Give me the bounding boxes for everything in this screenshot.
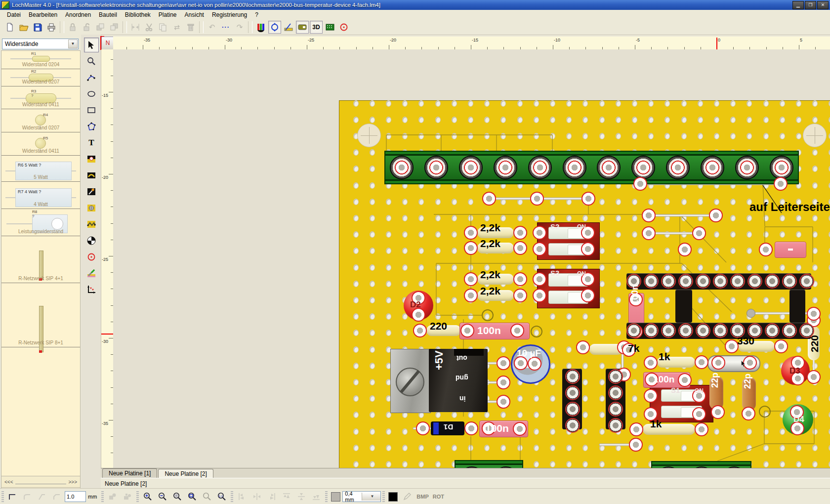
socket-pin[interactable] bbox=[765, 274, 780, 289]
socket-pin[interactable] bbox=[713, 274, 728, 289]
solder-pad[interactable] bbox=[510, 324, 524, 337]
curve-tool[interactable] bbox=[84, 70, 99, 85]
socket-pin[interactable] bbox=[799, 274, 814, 289]
board-canvas[interactable]: auf Leiterseite2,2k2,2k2,2k2,2k2203307k1… bbox=[113, 49, 830, 468]
save-icon[interactable] bbox=[31, 21, 44, 34]
socket-pin[interactable] bbox=[608, 385, 623, 400]
screw-terminal[interactable] bbox=[528, 156, 552, 179]
socket-pin[interactable] bbox=[565, 369, 580, 384]
menu-anordnen[interactable]: Anordnen bbox=[61, 10, 95, 19]
solder-pad[interactable] bbox=[413, 324, 427, 337]
tab-neue-platine--2-[interactable]: Neue Platine [2] bbox=[158, 469, 213, 479]
solder-pad[interactable] bbox=[416, 421, 430, 435]
scroll-track[interactable] bbox=[15, 480, 67, 484]
solder-pad[interactable] bbox=[692, 407, 706, 421]
part-item-4-watt[interactable]: R7 4 Watt ?4 Watt bbox=[1, 182, 80, 209]
solder-pad[interactable] bbox=[807, 370, 821, 384]
ellipse-tool[interactable] bbox=[84, 86, 99, 101]
socket-pin[interactable] bbox=[678, 274, 693, 289]
socket-pin[interactable] bbox=[747, 274, 762, 289]
socket-pin[interactable] bbox=[696, 323, 710, 338]
menu-platine[interactable]: Platine bbox=[155, 10, 181, 19]
solder-pad[interactable] bbox=[581, 192, 595, 206]
solder-pad[interactable] bbox=[464, 226, 478, 240]
scroll-right-button[interactable]: >>> bbox=[68, 479, 77, 485]
rect-tool[interactable] bbox=[84, 103, 99, 118]
corner-sharp[interactable] bbox=[6, 490, 20, 503]
menu-bibliothek[interactable]: Bibliothek bbox=[121, 10, 155, 19]
ruler-origin-button[interactable]: N bbox=[101, 37, 114, 50]
socket-pin[interactable] bbox=[626, 323, 641, 338]
track-tool[interactable] bbox=[84, 217, 99, 232]
solder-pad[interactable] bbox=[581, 289, 595, 302]
part-item-widerstand-0207[interactable]: R4Widerstand 0207 bbox=[1, 109, 80, 132]
solder-pad[interactable] bbox=[513, 241, 527, 255]
solder-pad[interactable] bbox=[533, 289, 546, 302]
new-icon[interactable] bbox=[3, 21, 16, 34]
solder-pad[interactable] bbox=[497, 395, 510, 409]
part-item-widerstand-0411[interactable]: R3 ?Widerstand 0411 bbox=[1, 86, 80, 109]
bridge-tool[interactable] bbox=[84, 168, 99, 183]
screw-terminal[interactable] bbox=[494, 156, 517, 179]
socket-pin[interactable] bbox=[608, 418, 623, 433]
solder-pad[interactable] bbox=[642, 226, 656, 240]
menu-datei[interactable]: Datei bbox=[3, 10, 25, 19]
solder-pad[interactable] bbox=[774, 339, 788, 353]
line-color-swatch[interactable] bbox=[331, 492, 340, 502]
solder-pad[interactable] bbox=[513, 272, 527, 286]
target-tool[interactable] bbox=[84, 250, 99, 264]
perfboard[interactable]: auf Leiterseite2,2k2,2k2,2k2,2k2203307k1… bbox=[339, 100, 830, 504]
solder-pad[interactable] bbox=[514, 356, 528, 370]
socket-pin[interactable] bbox=[713, 323, 728, 338]
solder-pad[interactable] bbox=[692, 226, 706, 240]
maximize-button[interactable]: ❐ bbox=[805, 1, 816, 9]
solder-pad[interactable] bbox=[533, 226, 546, 240]
part-item-widerstand-0411[interactable]: R5Widerstand 0411 bbox=[1, 132, 80, 156]
orient-tool[interactable] bbox=[84, 233, 99, 248]
screw-terminal[interactable] bbox=[666, 156, 690, 179]
menu-registrierung[interactable]: Registrierung bbox=[208, 10, 251, 19]
print-icon[interactable] bbox=[45, 21, 58, 34]
axes-tool[interactable] bbox=[84, 282, 99, 297]
solder-pad[interactable] bbox=[533, 272, 546, 286]
socket-pin[interactable] bbox=[782, 323, 797, 338]
corner-radius-input[interactable] bbox=[65, 491, 86, 502]
part-item-5-watt[interactable]: R6 5 Watt ?5 Watt bbox=[1, 156, 80, 182]
board-view-icon[interactable] bbox=[324, 21, 336, 34]
open-icon[interactable] bbox=[17, 21, 30, 34]
title-bar[interactable]: LochMaster 4.0 - [f:\install-software\el… bbox=[0, 0, 830, 10]
socket-pin[interactable] bbox=[678, 323, 693, 338]
jumper-link[interactable] bbox=[775, 242, 806, 258]
line-width-select[interactable]: 0,4 mm▼ bbox=[342, 491, 381, 502]
solder-pad[interactable] bbox=[528, 357, 541, 371]
menu-ansicht[interactable]: Ansicht bbox=[181, 10, 208, 19]
screw-terminal[interactable] bbox=[563, 156, 586, 179]
fill-color-swatch[interactable] bbox=[388, 492, 398, 502]
solder-pad[interactable] bbox=[807, 307, 821, 321]
screw-terminal[interactable] bbox=[701, 156, 724, 179]
solder-pad[interactable] bbox=[629, 438, 643, 452]
socket-pin[interactable] bbox=[608, 402, 623, 417]
socket-pin[interactable] bbox=[644, 323, 659, 338]
socket-pin[interactable] bbox=[782, 274, 797, 289]
rotate-icon[interactable] bbox=[268, 21, 281, 34]
solder-pad[interactable] bbox=[581, 242, 595, 256]
solder-pad[interactable] bbox=[464, 421, 478, 435]
socket-pin[interactable] bbox=[765, 323, 780, 338]
solder-pad[interactable] bbox=[644, 389, 658, 403]
view-3d[interactable]: 3D bbox=[310, 21, 323, 34]
zoom-sel[interactable] bbox=[170, 490, 184, 503]
chevron-down-icon[interactable]: ▼ bbox=[362, 493, 381, 501]
part-item-r-netzwerk-sip-4+1[interactable]: R-Netzwerk SIP 4+1 bbox=[1, 236, 80, 283]
screw-terminal[interactable] bbox=[770, 156, 793, 179]
solder-pad[interactable] bbox=[576, 340, 590, 354]
more-icon[interactable]: ··· bbox=[219, 21, 232, 34]
socket-pin[interactable] bbox=[661, 323, 676, 338]
part-item-widerstand-0204[interactable]: R1Widerstand 0204 bbox=[1, 51, 80, 69]
solder-pad[interactable] bbox=[725, 339, 739, 353]
solder-pad[interactable] bbox=[464, 272, 478, 286]
socket-pin[interactable] bbox=[565, 418, 580, 433]
screw-terminal[interactable] bbox=[390, 156, 414, 179]
solder-pad[interactable] bbox=[633, 177, 647, 191]
library-category-select[interactable]: Widerstände ▼ bbox=[2, 39, 79, 49]
